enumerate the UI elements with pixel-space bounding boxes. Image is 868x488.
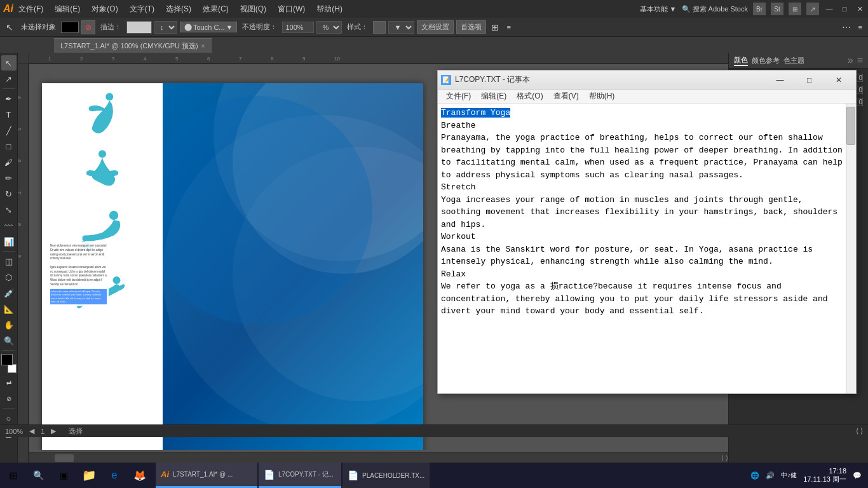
taskbar-ai-window[interactable]: Ai L7START_1.AI* @ ...	[156, 463, 257, 488]
eyedropper-tool[interactable]: 💉	[1, 285, 17, 301]
opacity-select[interactable]: %	[316, 21, 342, 34]
notepad-maximize-btn[interactable]: □	[795, 71, 824, 89]
pencil-tool[interactable]: ✏	[1, 170, 17, 186]
swap-colors-btn[interactable]: ⇄	[1, 375, 17, 390]
taskbar-notepad2-window[interactable]: 📄 PLACEHOLDER.TX...	[342, 463, 430, 488]
notepad-menu-format[interactable]: 格式(O)	[512, 90, 548, 102]
notepad-text-body[interactable]: Transform Yoga Breathe Pranayama, the yo…	[438, 104, 856, 393]
menu-view[interactable]: 视图(Q)	[235, 3, 271, 16]
minimize-btn[interactable]: —	[824, 4, 834, 14]
close-btn[interactable]: ✕	[855, 4, 865, 14]
grid-btn[interactable]: ⊞	[789, 3, 801, 15]
taskbar-notepad1-window[interactable]: 📄 L7COPY.TXT - 记...	[259, 463, 341, 488]
arrange-icon[interactable]: ⊞	[489, 21, 501, 34]
direct-select-tool[interactable]: ↗	[1, 71, 17, 86]
measure-tool[interactable]: 📐	[1, 301, 17, 316]
gradient-tool[interactable]: ◫	[1, 254, 17, 269]
menu-file[interactable]: 文件(F)	[13, 3, 48, 16]
align-icon[interactable]: ≡	[504, 22, 513, 32]
color-theme-panel-tab[interactable]: 色主题	[783, 56, 804, 65]
svg-text:9: 9	[18, 255, 22, 258]
menu-effect[interactable]: 效果(C)	[198, 3, 234, 16]
tray-icons-misc[interactable]: 中♪健	[781, 471, 797, 480]
start-button[interactable]: ⊞	[0, 463, 25, 488]
search-button[interactable]: 🔍	[25, 463, 51, 488]
color-panel-tab[interactable]: 颜色	[734, 55, 748, 66]
maximize-btn[interactable]: □	[839, 4, 850, 14]
status-arrows[interactable]: ⟨ ⟩	[856, 427, 863, 435]
hand-tool[interactable]: ✋	[1, 317, 17, 332]
doc-settings-btn[interactable]: 文档设置	[417, 20, 454, 34]
type-tool[interactable]: T	[1, 107, 17, 122]
menu-help[interactable]: 帮助(H)	[311, 3, 348, 16]
rotate-tool[interactable]: ↻	[1, 186, 17, 201]
preferences-btn[interactable]: 首选项	[456, 20, 486, 34]
zoom-tool[interactable]: 🔍	[1, 333, 17, 348]
style-select[interactable]: ▼	[388, 21, 414, 34]
edge-button[interactable]: e	[102, 463, 127, 488]
system-clock[interactable]: 17:18 17.11.13 周一	[803, 467, 846, 484]
touch-preset-dropdown[interactable]: ⬤ Touch C... ▼	[180, 22, 237, 32]
extra-btn2[interactable]: ≡	[856, 22, 865, 32]
search-stock[interactable]: 🔍 搜索 Adobe Stock	[682, 4, 749, 14]
menu-select[interactable]: 选择(S)	[161, 3, 196, 16]
panel-menu-icon[interactable]: ≡	[857, 55, 863, 66]
menu-edit[interactable]: 编辑(E)	[50, 3, 85, 16]
color-ref-panel-tab[interactable]: 颜色参考	[752, 56, 780, 65]
bridge-btn[interactable]: Br	[753, 3, 766, 15]
tab-close-btn[interactable]: ×	[201, 43, 205, 50]
notepad-menu-help[interactable]: 帮助(H)	[584, 90, 620, 102]
fill-color-box[interactable]	[61, 22, 79, 33]
sync-btn[interactable]: ↗	[806, 3, 819, 15]
workspace-dropdown[interactable]: 基本功能 ▼	[640, 4, 677, 14]
color-mode-icon[interactable]: ⊘	[81, 20, 95, 34]
none-color-btn[interactable]: ⊘	[1, 391, 17, 406]
notepad-content-area[interactable]: Transform Yoga Breathe Pranayama, the yo…	[438, 104, 856, 393]
extra-btn1[interactable]: ⋯	[839, 21, 853, 34]
menu-text[interactable]: 文字(T)	[125, 3, 159, 16]
svg-text:7: 7	[239, 56, 242, 62]
warp-tool[interactable]: 〰	[1, 218, 17, 233]
document-tab[interactable]: L7START_1.AI* @ 100% (CMYK/GPU 预选) ×	[54, 38, 212, 53]
horizontal-scrollbar[interactable]: ⟨ ⟩	[29, 452, 728, 463]
blend-tool[interactable]: ⬡	[1, 269, 17, 285]
notepad-menu-edit[interactable]: 编辑(E)	[476, 90, 512, 102]
page-nav-prev[interactable]: ◀	[29, 427, 34, 435]
draw-mode-btn[interactable]: ○	[1, 410, 17, 426]
stroke-color[interactable]	[8, 364, 17, 373]
menu-object[interactable]: 对象(O)	[86, 3, 123, 16]
graph-tool[interactable]: 📊	[1, 234, 17, 249]
firefox-button[interactable]: 🦊	[127, 463, 153, 488]
notepad-menu-view[interactable]: 查看(V)	[548, 90, 584, 102]
h-scrollbar-thumb[interactable]	[55, 454, 74, 462]
notepad-menu-file[interactable]: 文件(F)	[441, 90, 476, 102]
svg-text:3: 3	[112, 56, 115, 62]
menu-window[interactable]: 窗口(W)	[273, 3, 310, 16]
notepad-scrollbar[interactable]	[846, 104, 856, 393]
task-view-button[interactable]: ▣	[51, 463, 76, 488]
paintbrush-tool[interactable]: 🖌	[1, 154, 17, 170]
select-tool[interactable]: ↖	[1, 55, 17, 71]
tray-icon-network[interactable]: 🌐	[750, 471, 759, 480]
touch-icon: ⬤	[184, 23, 192, 31]
notepad-scrollbar-thumb[interactable]	[846, 107, 855, 145]
zoom-level[interactable]: 100%	[5, 428, 23, 435]
notification-btn[interactable]: 💬	[853, 471, 862, 480]
tray-icon-sound[interactable]: 🔊	[766, 471, 775, 480]
opacity-value[interactable]: 100%	[282, 22, 314, 33]
notepad-close-btn[interactable]: ✕	[824, 71, 853, 89]
taskbar-notepad2-icon: 📄	[348, 470, 358, 480]
stroke-select[interactable]: ↕	[154, 21, 177, 34]
scale-tool[interactable]: ⤡	[1, 202, 17, 217]
rect-tool[interactable]: □	[1, 139, 17, 154]
fill-color[interactable]	[1, 354, 13, 365]
pen-tool[interactable]: ✒	[1, 91, 17, 106]
stock-btn[interactable]: St	[771, 3, 783, 15]
panel-chevron[interactable]: »	[848, 55, 853, 66]
file-explorer-button[interactable]: 📁	[76, 463, 102, 488]
selected-title-text[interactable]: Transform Yoga	[441, 108, 510, 118]
page-nav-next[interactable]: ▶	[51, 427, 56, 435]
notepad-minimize-btn[interactable]: —	[766, 71, 794, 89]
color-selector	[1, 354, 17, 373]
line-tool[interactable]: ╱	[1, 123, 17, 138]
